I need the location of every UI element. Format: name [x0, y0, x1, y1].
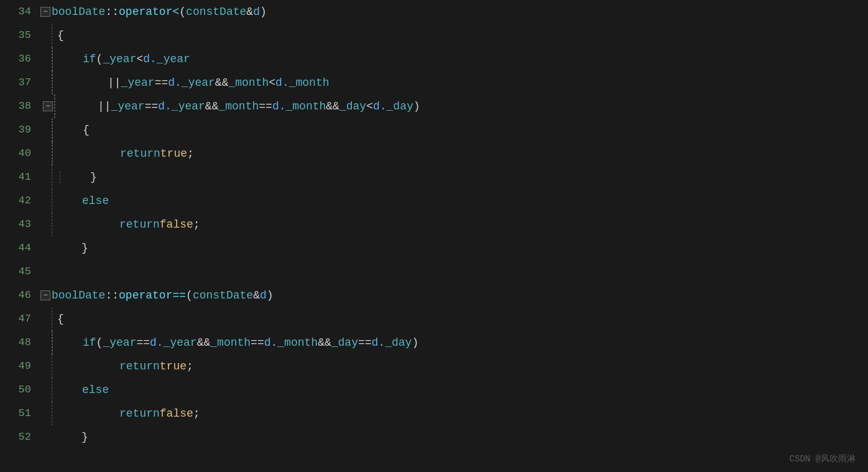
punc-36a: (	[96, 47, 103, 71]
code-line-51: return false ;	[40, 402, 868, 425]
var-year-36: _year	[103, 47, 136, 71]
punc-34a: (	[179, 0, 186, 24]
punc-41: }	[90, 165, 97, 189]
punc-34b: )	[260, 0, 267, 24]
var-day-48: _day	[331, 331, 358, 354]
kw-return-43: return	[119, 213, 160, 236]
param-d2-37: d.	[275, 71, 289, 95]
punc-52: }	[81, 425, 88, 449]
var-month-38: _month	[218, 95, 259, 118]
param-d2-48: d.	[264, 331, 278, 354]
punc-39: {	[83, 118, 90, 142]
member-day-48: _day	[385, 331, 412, 354]
fn-46: operator==	[119, 284, 186, 307]
kw-bool-34: bool	[52, 0, 78, 24]
code-line-46: − bool Date :: operator== ( const Date &…	[40, 284, 868, 307]
line-num-44: 44	[0, 236, 31, 260]
code-editor: 34 35 36 37 38 39 40 41 42 43 44 45 46 4…	[0, 0, 868, 472]
class2-34: Date	[219, 0, 246, 24]
line-num-37: 37	[0, 71, 31, 95]
kw-return-51: return	[119, 402, 160, 425]
punc-44: }	[81, 236, 88, 260]
code-line-43: return false ;	[40, 213, 868, 236]
line-num-34: 34	[0, 0, 31, 24]
op-lt2-38: <	[366, 95, 373, 118]
code-line-35: {	[40, 24, 868, 47]
param-34: d	[253, 0, 260, 24]
code-line-41: }	[40, 165, 868, 189]
var-month-48: _month	[210, 331, 251, 354]
code-line-34: − bool Date :: operator< ( const Date & …	[40, 0, 868, 24]
code-line-39: {	[40, 118, 868, 142]
code-line-36: if ( _year < d. _year	[40, 47, 868, 71]
op2-46: &	[253, 284, 260, 307]
watermark: CSDN @风吹雨淋	[790, 453, 856, 465]
punc-48a: (	[96, 331, 103, 354]
var-year-38: _year	[111, 95, 145, 118]
kw-const-46: const	[193, 284, 226, 307]
line-num-51: 51	[0, 402, 31, 425]
param-d-36: d.	[143, 47, 157, 71]
op-46: ::	[105, 284, 119, 307]
val-false-51: false	[160, 402, 193, 425]
fold-icon-34[interactable]: −	[40, 7, 50, 17]
punc-40: ;	[187, 142, 194, 165]
op-eq-48: ==	[136, 331, 150, 354]
line-num-35: 35	[0, 24, 31, 47]
member-year-37: _year	[182, 71, 215, 95]
line-num-48: 48	[0, 331, 31, 354]
op-or-38: ||	[98, 95, 111, 118]
line-num-50: 50	[0, 378, 31, 402]
kw-else-42: else	[82, 189, 109, 213]
val-false-43: false	[160, 213, 193, 236]
punc-48b: )	[412, 331, 418, 354]
op-34: ::	[105, 0, 119, 24]
var-year-48: _year	[103, 331, 136, 354]
code-line-38: − || _year == d. _year && _month == d. _…	[40, 95, 868, 118]
param-d3-38: d.	[373, 95, 387, 118]
class-34: Date	[78, 0, 105, 24]
code-line-37: || _year == d. _year && _month < d. _mon…	[40, 71, 868, 95]
line-num-43: 43	[0, 213, 31, 236]
kw-bool-46: bool	[52, 284, 78, 307]
member-month-37: _month	[289, 71, 330, 95]
fold-icon-38[interactable]: −	[43, 101, 53, 111]
class2-46: Date	[226, 284, 253, 307]
param-46: d	[260, 284, 267, 307]
punc-51: ;	[193, 402, 200, 425]
punc-49: ;	[187, 354, 193, 378]
punc-46a: (	[186, 284, 193, 307]
member-month-48: _month	[277, 331, 318, 354]
class-46: Date	[78, 284, 105, 307]
code-line-52: }	[40, 425, 868, 449]
op-and-37: &&	[215, 71, 229, 95]
line-num-49: 49	[0, 354, 31, 378]
punc-43: ;	[193, 213, 200, 236]
op-and2-48: &&	[318, 331, 331, 354]
kw-return-40: return	[120, 142, 160, 165]
member-month-38: _month	[286, 95, 326, 118]
op-or-37: ||	[108, 71, 121, 95]
param-d-48: d.	[150, 331, 164, 354]
code-lines: − bool Date :: operator< ( const Date & …	[37, 0, 868, 472]
var-day-38: _day	[339, 95, 366, 118]
val-true-40: true	[160, 142, 187, 165]
code-line-42: else	[40, 189, 868, 213]
line-num-42: 42	[0, 189, 31, 213]
op-eq3-48: ==	[358, 331, 372, 354]
punc-38: )	[413, 95, 420, 118]
line-num-41: 41	[0, 165, 31, 189]
op-and2-38: &&	[326, 95, 339, 118]
member-year-38: _year	[172, 95, 205, 118]
line-num-47: 47	[0, 307, 31, 331]
line-num-45: 45	[0, 260, 31, 284]
op-36: <	[136, 47, 143, 71]
punc-47: {	[57, 307, 64, 331]
punc-46b: )	[267, 284, 274, 307]
fold-icon-46[interactable]: −	[40, 290, 50, 300]
line-num-38: 38	[0, 95, 31, 118]
code-line-48: if ( _year == d. _year && _month == d. _…	[40, 331, 868, 354]
member-year-36: _year	[157, 47, 190, 71]
line-num-46: 46	[0, 284, 31, 307]
param-d3-48: d.	[372, 331, 386, 354]
